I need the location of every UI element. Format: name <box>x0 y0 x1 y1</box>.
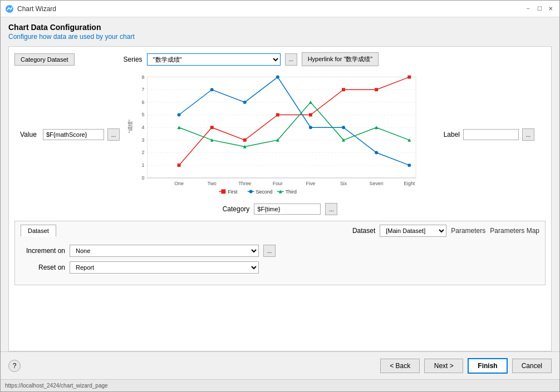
window-title: Chart Wizard <box>17 5 56 13</box>
category-dataset-button[interactable]: Category Dataset <box>14 53 75 66</box>
value-ellipsis-button[interactable]: ... <box>107 128 120 141</box>
svg-text:Seven: Seven <box>370 181 384 186</box>
category-row: Category ... <box>14 203 546 215</box>
svg-point-41 <box>309 126 312 129</box>
svg-point-42 <box>342 126 345 129</box>
svg-text:7: 7 <box>142 87 145 92</box>
svg-text:Second: Second <box>256 189 272 195</box>
app-icon <box>5 4 14 13</box>
cancel-button[interactable]: Cancel <box>512 359 552 373</box>
title-bar-controls: − ☐ ✕ <box>524 4 555 13</box>
svg-text:8: 8 <box>142 75 145 80</box>
reset-row: Reset on Report <box>21 261 539 274</box>
content-area: Chart Data Configuration Configure how d… <box>1 17 559 351</box>
top-controls: Category Dataset Series "数学成绩" ... Hyper… <box>14 52 546 66</box>
category-ellipsis-button[interactable]: ... <box>325 203 337 215</box>
label-section: Label ... <box>433 128 546 141</box>
hyperlink-button[interactable]: Hyperlink for "数学成绩" <box>302 52 379 66</box>
close-button[interactable]: ✕ <box>546 4 555 13</box>
tabs-section: Dataset Dataset [Main Dataset] Parameter… <box>14 221 546 285</box>
svg-text:Two: Two <box>208 181 217 186</box>
svg-text:Third: Third <box>286 189 297 195</box>
tab-content: Increment on None ... Reset on Report <box>21 241 539 281</box>
page-title: Chart Data Configuration <box>8 23 552 32</box>
svg-text:1: 1 <box>142 162 145 168</box>
svg-text:Five: Five <box>306 181 316 186</box>
increment-row: Increment on None ... <box>21 245 539 257</box>
reset-select[interactable]: Report <box>70 261 259 274</box>
svg-point-40 <box>276 76 279 79</box>
series-ellipsis-button[interactable]: ... <box>285 53 297 66</box>
tabs-left: Dataset <box>21 225 56 237</box>
minimize-button[interactable]: − <box>524 4 533 13</box>
label-input[interactable] <box>463 129 519 140</box>
chart-svg: 0 1 2 3 4 5 6 7 8 "成绩" One Two <box>125 71 433 199</box>
svg-text:"成绩": "成绩" <box>127 120 133 133</box>
svg-text:One: One <box>174 181 184 186</box>
increment-label: Increment on <box>21 247 65 255</box>
svg-rect-35 <box>375 88 378 91</box>
value-row: Value ... <box>20 128 120 141</box>
back-button[interactable]: < Back <box>380 359 420 373</box>
svg-text:Three: Three <box>238 181 251 186</box>
main-window: Chart Wizard − ☐ ✕ Chart Data Configurat… <box>0 0 560 392</box>
svg-point-39 <box>243 101 247 104</box>
finish-button[interactable]: Finish <box>468 358 507 374</box>
tab-dataset[interactable]: Dataset <box>21 225 56 237</box>
category-label: Category <box>223 205 250 213</box>
svg-text:3: 3 <box>142 137 145 143</box>
value-section: Value ... <box>14 71 125 199</box>
dataset-label: Dataset <box>352 227 375 235</box>
svg-text:0: 0 <box>142 175 145 181</box>
footer: ? < Back Next > Finish Cancel <box>1 351 559 379</box>
svg-rect-32 <box>276 113 279 117</box>
svg-text:Eight: Eight <box>404 181 415 186</box>
svg-point-44 <box>407 163 411 167</box>
svg-point-37 <box>178 113 181 117</box>
tabs-header: Dataset Dataset [Main Dataset] Parameter… <box>21 225 539 237</box>
label-ellipsis-button[interactable]: ... <box>522 128 534 141</box>
reset-label: Reset on <box>21 264 65 271</box>
title-bar-left: Chart Wizard <box>5 4 56 13</box>
chart-container: 0 1 2 3 4 5 6 7 8 "成绩" One Two <box>125 71 433 199</box>
svg-text:Four: Four <box>273 181 283 186</box>
svg-text:First: First <box>228 189 238 195</box>
svg-rect-31 <box>243 138 247 142</box>
chart-row: Value ... <box>14 71 546 199</box>
svg-text:5: 5 <box>142 112 145 117</box>
svg-text:Six: Six <box>340 181 347 186</box>
svg-rect-30 <box>210 126 214 129</box>
page-subtitle: Configure how data are used by your char… <box>8 33 552 41</box>
svg-text:6: 6 <box>142 100 145 105</box>
svg-point-43 <box>375 151 378 155</box>
svg-point-38 <box>210 88 214 91</box>
label-label: Label <box>444 131 460 138</box>
footer-left: ? <box>8 360 376 372</box>
svg-text:4: 4 <box>142 125 145 130</box>
parameters-link[interactable]: Parameters <box>451 227 485 235</box>
main-panel: Category Dataset Series "数学成绩" ... Hyper… <box>8 46 552 351</box>
tabs-right: Dataset [Main Dataset] Parameters Parame… <box>352 225 539 237</box>
svg-rect-29 <box>178 163 181 167</box>
increment-ellipsis-button[interactable]: ... <box>263 245 276 257</box>
title-bar: Chart Wizard − ☐ ✕ <box>1 1 559 17</box>
svg-text:2: 2 <box>142 150 145 155</box>
series-label: Series <box>124 56 143 63</box>
status-bar: https://localhost_2424/chart_wizard_page <box>1 379 559 391</box>
dataset-select[interactable]: [Main Dataset] <box>380 225 446 237</box>
svg-rect-36 <box>407 76 411 79</box>
status-text: https://localhost_2424/chart_wizard_page <box>5 383 108 389</box>
svg-rect-33 <box>309 113 312 117</box>
svg-rect-34 <box>342 88 345 91</box>
series-select[interactable]: "数学成绩" <box>147 53 281 66</box>
increment-select[interactable]: None <box>70 245 259 257</box>
help-button[interactable]: ? <box>8 360 21 372</box>
category-input[interactable] <box>254 204 321 215</box>
value-input[interactable] <box>43 129 104 140</box>
value-label: Value <box>20 131 40 138</box>
parameters-map-link[interactable]: Parameters Map <box>490 227 539 235</box>
maximize-button[interactable]: ☐ <box>535 4 544 13</box>
next-button[interactable]: Next > <box>424 359 463 373</box>
